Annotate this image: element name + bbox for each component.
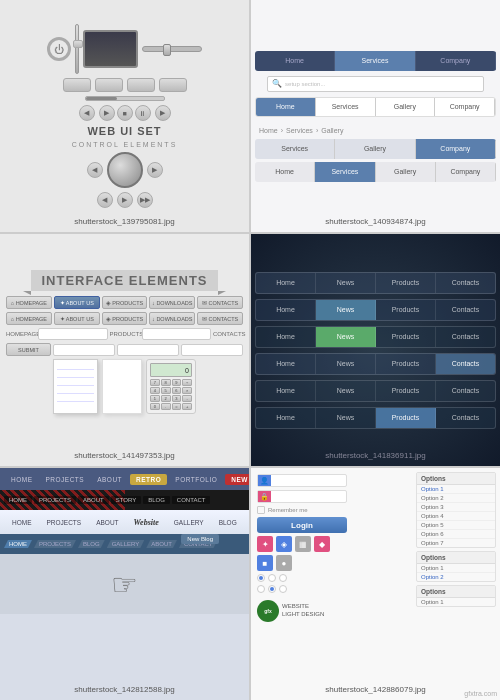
ie-form-input-1[interactable]	[38, 328, 108, 340]
calc-btn-2[interactable]: 2	[161, 395, 171, 402]
form-icon-btn-5[interactable]: ■	[257, 555, 273, 571]
ui-button-3[interactable]	[127, 78, 155, 92]
retro-portfolio-1[interactable]: PORTFOLIO	[170, 474, 222, 485]
retro-gallery-4[interactable]: GALLERY	[107, 540, 145, 548]
pause-btn[interactable]: ⏸	[135, 105, 151, 121]
ie-btn2-downloads[interactable]: ↓ DOWNLOADS	[149, 312, 195, 325]
nav-company-g[interactable]: Company	[416, 139, 496, 159]
new-blog-btn[interactable]: New Blog	[181, 534, 219, 544]
ui-button-2[interactable]	[95, 78, 123, 92]
dark-tab-products-5[interactable]: Products	[376, 381, 436, 401]
dark-tab-contacts-4[interactable]: Contacts	[436, 354, 495, 374]
next-arrow[interactable]: ▶	[155, 105, 171, 121]
nav-tab-services-2[interactable]: Services	[316, 98, 376, 116]
ie-btn2-products[interactable]: ◈ PRODUCTS	[102, 312, 148, 325]
retro-projects-2[interactable]: PROJECTS	[34, 496, 76, 504]
retro-about-3[interactable]: ABOUT	[90, 517, 124, 528]
form-icon-btn-3[interactable]: ▦	[295, 536, 311, 552]
options-item-6[interactable]: Option 6	[417, 530, 495, 539]
retro-home-4[interactable]: HOME	[4, 540, 32, 548]
dark-tab-home-4[interactable]: Home	[256, 354, 316, 374]
options-item-1[interactable]: Option 1	[417, 485, 495, 494]
options-item-2-1[interactable]: Option 1	[417, 564, 495, 573]
nav-gallery-g[interactable]: Gallery	[335, 139, 415, 159]
nav-tab-home[interactable]: Home	[255, 51, 335, 71]
ie-btn-products[interactable]: ◈ PRODUCTS	[102, 296, 148, 309]
retro-home-2[interactable]: HOME	[4, 496, 32, 504]
nav-tab-services[interactable]: Services	[335, 51, 415, 71]
options-item-2[interactable]: Option 2	[417, 494, 495, 503]
retro-story-2[interactable]: STORY	[111, 496, 141, 504]
retro-new-1[interactable]: NEW	[225, 474, 249, 485]
calc-btn-mul[interactable]: ×	[182, 387, 192, 394]
nav-tab-company-2[interactable]: Company	[435, 98, 495, 116]
calc-btn-3[interactable]: 3	[172, 395, 182, 402]
calc-btn-0[interactable]: 0	[150, 403, 160, 410]
radio-5[interactable]	[268, 585, 276, 593]
left-arrow[interactable]: ◀	[87, 162, 103, 178]
username-input[interactable]	[271, 475, 341, 486]
nav-services-g[interactable]: Services	[255, 139, 335, 159]
radio-1[interactable]	[257, 574, 265, 582]
slider-track[interactable]	[142, 46, 202, 52]
dark-tab-contacts-6[interactable]: Contacts	[436, 408, 495, 428]
dark-tab-contacts-5[interactable]: Contacts	[436, 381, 495, 401]
dark-tab-home-2[interactable]: Home	[256, 300, 316, 320]
retro-blog-2[interactable]: BLOG	[143, 496, 170, 504]
radio-6[interactable]	[279, 585, 287, 593]
dark-tab-products-4[interactable]: Products	[376, 354, 436, 374]
nav-home-l[interactable]: Home	[255, 162, 315, 182]
dark-tab-contacts-2[interactable]: Contacts	[436, 300, 495, 320]
ui-button-4[interactable]	[159, 78, 187, 92]
dark-tab-news-1[interactable]: News	[316, 273, 376, 293]
ie-form-input-3[interactable]	[53, 344, 115, 356]
right-arrow[interactable]: ▶	[147, 162, 163, 178]
password-input[interactable]	[271, 491, 341, 502]
remember-checkbox[interactable]	[257, 506, 265, 514]
dark-tab-news-5[interactable]: News	[316, 381, 376, 401]
calc-btn-1[interactable]: 1	[150, 395, 160, 402]
nav-tab-company[interactable]: Company	[416, 51, 496, 71]
ie-form-input-2[interactable]	[142, 328, 212, 340]
login-button[interactable]: Login	[257, 517, 347, 533]
dark-tab-home-5[interactable]: Home	[256, 381, 316, 401]
dark-tab-products-3[interactable]: Products	[376, 327, 436, 347]
ui-button-1[interactable]	[63, 78, 91, 92]
options-item-7[interactable]: Option 7	[417, 539, 495, 547]
dark-tab-contacts-3[interactable]: Contacts	[436, 327, 495, 347]
calc-btn-add[interactable]: +	[182, 403, 192, 410]
retro-gallery-3[interactable]: GALLERY	[168, 517, 210, 528]
dark-tab-products-1[interactable]: Products	[376, 273, 436, 293]
nav-company-l[interactable]: Company	[436, 162, 496, 182]
calc-btn-6[interactable]: 6	[172, 387, 182, 394]
ie-form-input-5[interactable]	[181, 344, 243, 356]
calc-btn-9[interactable]: 9	[172, 379, 182, 386]
ie-form-input-4[interactable]	[117, 344, 179, 356]
dark-tab-home-3[interactable]: Home	[256, 327, 316, 347]
calc-btn-sub[interactable]: -	[182, 395, 192, 402]
dark-tab-products-2[interactable]: Products	[376, 300, 436, 320]
nav-search-bar[interactable]: 🔍 setup section...	[267, 76, 484, 92]
dark-tab-home-1[interactable]: Home	[256, 273, 316, 293]
ie-btn-homepage[interactable]: ⌂ HOMEPAGE	[6, 296, 52, 309]
form-icon-btn-4[interactable]: ◆	[314, 536, 330, 552]
ie-btn-downloads[interactable]: ↓ DOWNLOADS	[149, 296, 195, 309]
radio-4[interactable]	[257, 585, 265, 593]
bottom-play[interactable]: ▶	[117, 192, 133, 208]
retro-projects-4[interactable]: PROJECTS	[34, 540, 76, 548]
retro-blog-4[interactable]: BLOG	[78, 540, 105, 548]
dark-tab-news-2[interactable]: News	[316, 300, 376, 320]
options-item-4[interactable]: Option 4	[417, 512, 495, 521]
dark-tab-contacts-1[interactable]: Contacts	[436, 273, 495, 293]
dark-tab-home-6[interactable]: Home	[256, 408, 316, 428]
retro-about-4[interactable]: ABOUT	[146, 540, 177, 548]
retro-home-1[interactable]: HOME	[6, 474, 38, 485]
ie-btn2-aboutus[interactable]: ✦ ABOUT US	[54, 312, 100, 325]
dark-tab-news-3[interactable]: News	[316, 327, 376, 347]
bottom-next[interactable]: ▶▶	[137, 192, 153, 208]
retro-retro-1[interactable]: RETRO	[130, 474, 167, 485]
retro-contact-2[interactable]: CONTACT	[172, 496, 211, 504]
calc-btn-4[interactable]: 4	[150, 387, 160, 394]
stop-btn[interactable]: ■	[117, 105, 133, 121]
retro-about-1[interactable]: ABOUT	[92, 474, 127, 485]
